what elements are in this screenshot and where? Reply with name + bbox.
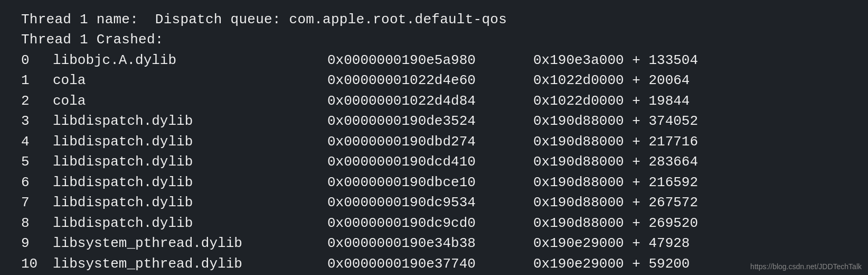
frame-offset: 0x190d88000 + 374052 bbox=[533, 111, 847, 131]
frame-offset: 0x190d88000 + 267572 bbox=[533, 192, 847, 213]
stack-trace-table: 0libobjc.A.dylib0x0000000190e5a9800x190e… bbox=[21, 50, 847, 274]
frame-offset: 0x190e3a000 + 133504 bbox=[533, 50, 847, 70]
table-row: 6libdispatch.dylib0x0000000190dbce100x19… bbox=[21, 172, 847, 192]
frame-lib: libdispatch.dylib bbox=[53, 192, 327, 213]
table-row: 4libdispatch.dylib0x0000000190dbd2740x19… bbox=[21, 132, 847, 152]
frame-lib: cola bbox=[53, 70, 327, 90]
frame-addr: 0x0000000190e34b38 bbox=[327, 233, 533, 253]
frame-lib: libsystem_pthread.dylib bbox=[53, 254, 327, 274]
frame-num: 6 bbox=[21, 172, 53, 192]
table-row: 0libobjc.A.dylib0x0000000190e5a9800x190e… bbox=[21, 50, 847, 70]
frame-lib: libdispatch.dylib bbox=[53, 152, 327, 172]
frame-lib: libsystem_pthread.dylib bbox=[53, 233, 327, 253]
table-row: 8libdispatch.dylib0x0000000190dc9cd00x19… bbox=[21, 213, 847, 233]
header-line2: Thread 1 Crashed: bbox=[21, 30, 847, 50]
frame-addr: 0x00000001022d4e60 bbox=[327, 70, 533, 90]
frame-offset: 0x190d88000 + 216592 bbox=[533, 172, 847, 192]
header-line1: Thread 1 name: Dispatch queue: com.apple… bbox=[21, 10, 847, 30]
terminal-container: Thread 1 name: Dispatch queue: com.apple… bbox=[0, 0, 868, 275]
frame-addr: 0x0000000190dc9cd0 bbox=[327, 213, 533, 233]
frame-offset: 0x190d88000 + 283664 bbox=[533, 152, 847, 172]
watermark: https://blog.csdn.net/JDDTechTalk bbox=[750, 262, 862, 271]
frame-addr: 0x0000000190de3524 bbox=[327, 111, 533, 131]
table-row: 2cola0x00000001022d4d840x1022d0000 + 198… bbox=[21, 91, 847, 111]
frame-num: 10 bbox=[21, 254, 53, 274]
frame-addr: 0x0000000190dbce10 bbox=[327, 172, 533, 192]
frame-lib: libdispatch.dylib bbox=[53, 172, 327, 192]
table-row: 9libsystem_pthread.dylib0x0000000190e34b… bbox=[21, 233, 847, 253]
frame-num: 4 bbox=[21, 132, 53, 152]
frame-lib: libdispatch.dylib bbox=[53, 111, 327, 131]
frame-num: 7 bbox=[21, 192, 53, 213]
frame-addr: 0x0000000190e5a980 bbox=[327, 50, 533, 70]
frame-num: 8 bbox=[21, 213, 53, 233]
frame-addr: 0x00000001022d4d84 bbox=[327, 91, 533, 111]
table-row: 10libsystem_pthread.dylib0x0000000190e37… bbox=[21, 254, 847, 274]
frame-num: 9 bbox=[21, 233, 53, 253]
table-row: 7libdispatch.dylib0x0000000190dc95340x19… bbox=[21, 192, 847, 213]
frame-num: 2 bbox=[21, 91, 53, 111]
frame-offset: 0x1022d0000 + 19844 bbox=[533, 91, 847, 111]
frame-num: 5 bbox=[21, 152, 53, 172]
frame-offset: 0x1022d0000 + 20064 bbox=[533, 70, 847, 90]
frame-num: 3 bbox=[21, 111, 53, 131]
frame-num: 1 bbox=[21, 70, 53, 90]
frame-addr: 0x0000000190dcd410 bbox=[327, 152, 533, 172]
frame-addr: 0x0000000190e37740 bbox=[327, 254, 533, 274]
table-row: 1cola0x00000001022d4e600x1022d0000 + 200… bbox=[21, 70, 847, 90]
frame-offset: 0x190d88000 + 269520 bbox=[533, 213, 847, 233]
table-row: 5libdispatch.dylib0x0000000190dcd4100x19… bbox=[21, 152, 847, 172]
frame-addr: 0x0000000190dc9534 bbox=[327, 192, 533, 213]
frame-offset: 0x190d88000 + 217716 bbox=[533, 132, 847, 152]
table-row: 3libdispatch.dylib0x0000000190de35240x19… bbox=[21, 111, 847, 131]
frame-lib: cola bbox=[53, 91, 327, 111]
frame-addr: 0x0000000190dbd274 bbox=[327, 132, 533, 152]
frame-num: 0 bbox=[21, 50, 53, 70]
frame-offset: 0x190e29000 + 47928 bbox=[533, 233, 847, 253]
frame-lib: libdispatch.dylib bbox=[53, 213, 327, 233]
frame-lib: libobjc.A.dylib bbox=[53, 50, 327, 70]
frame-lib: libdispatch.dylib bbox=[53, 132, 327, 152]
